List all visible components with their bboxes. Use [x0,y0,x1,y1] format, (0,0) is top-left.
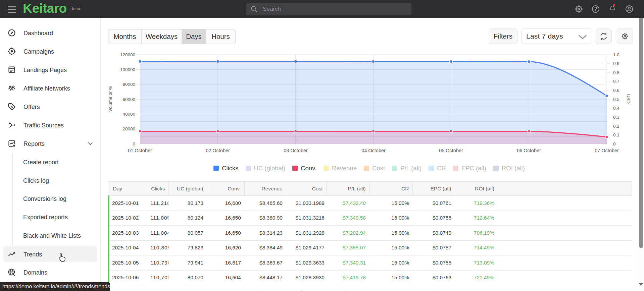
svg-text:100000: 100000 [120,67,135,72]
svg-text:06 October: 06 October [517,148,541,153]
svg-text:0.6: 0.6 [613,88,620,93]
svg-text:05 October: 05 October [439,148,463,153]
svg-text:80000: 80000 [122,82,135,87]
svg-text:0.1: 0.1 [613,132,620,137]
svg-text:Volume or %: Volume or % [108,86,113,112]
svg-text:0: 0 [613,141,616,147]
svg-text:60000: 60000 [122,97,135,102]
svg-text:0.8: 0.8 [613,70,620,75]
svg-text:0.2: 0.2 [613,124,620,129]
svg-text:120000: 120000 [120,52,135,57]
svg-text:0: 0 [133,141,135,147]
svg-text:0.7: 0.7 [613,79,620,84]
svg-text:03 October: 03 October [284,148,308,153]
svg-text:20000: 20000 [122,126,135,131]
svg-text:02 October: 02 October [206,148,230,153]
svg-text:USD: USD [626,94,631,104]
svg-text:01 October: 01 October [128,148,152,153]
svg-text:0.5: 0.5 [613,97,620,102]
svg-text:0.4: 0.4 [613,106,620,111]
svg-text:07 October: 07 October [595,148,619,153]
svg-text:1.0: 1.0 [613,52,620,57]
svg-text:04 October: 04 October [361,148,386,153]
svg-text:0.9: 0.9 [613,61,620,66]
svg-text:0.3: 0.3 [613,115,620,120]
svg-text:40000: 40000 [122,112,135,117]
